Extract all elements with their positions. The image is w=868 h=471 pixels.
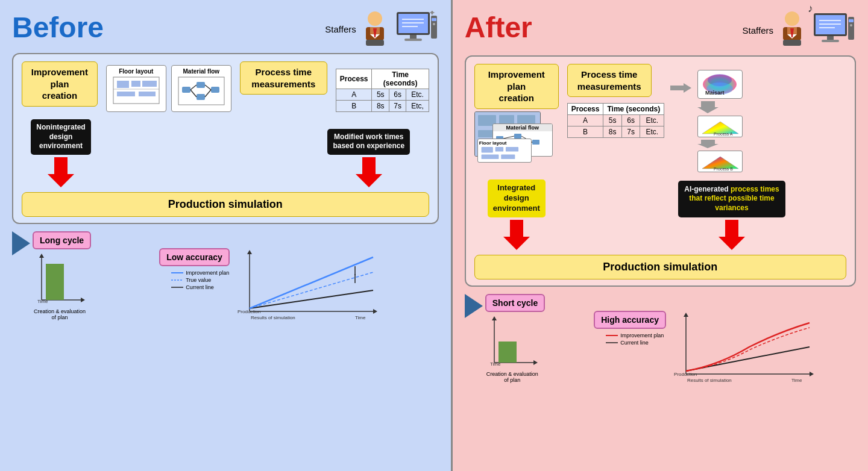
svg-marker-46 — [373, 309, 377, 314]
svg-rect-110 — [498, 342, 517, 363]
svg-rect-38 — [46, 264, 64, 300]
after-line-chart: Production Time Results of simulation — [671, 311, 816, 383]
svg-text:Process A: Process A — [714, 132, 733, 136]
svg-marker-108 — [492, 316, 497, 320]
before-main-box: Improvement plan creation Floor layout — [12, 53, 439, 224]
staffers-label-before: Staffers — [325, 24, 356, 34]
svg-rect-14 — [432, 18, 436, 21]
before-process-time-box: Process time measurements — [240, 61, 327, 95]
svg-line-47 — [250, 290, 373, 308]
monitor-icon-before: ✦ — [394, 11, 439, 47]
svg-marker-105 — [465, 294, 483, 318]
svg-rect-66 — [827, 36, 834, 40]
svg-point-70 — [850, 24, 852, 27]
svg-text:Time: Time — [490, 361, 501, 367]
after-maisart-arrow2 — [697, 140, 719, 148]
before-process-table: Process Time (seconds) A 5s 6s Etc. B 8s… — [336, 69, 429, 112]
before-nonintegrated-box: Nonintegrated design environment — [31, 119, 90, 155]
after-maisart-arrow1 — [697, 101, 719, 113]
before-floor-layout-box: Floor layout — [106, 65, 166, 112]
svg-rect-11 — [410, 35, 417, 39]
svg-rect-84 — [532, 140, 539, 145]
person-icon-after — [777, 11, 807, 47]
before-current-line-legend: Current line — [186, 284, 214, 290]
svg-rect-59 — [783, 40, 801, 46]
svg-text:Time: Time — [791, 378, 802, 383]
svg-rect-12 — [404, 39, 422, 41]
svg-rect-20 — [142, 81, 157, 87]
before-bar-x-label: Creation & evaluation of plan — [33, 308, 87, 320]
before-long-cycle-box: Long cycle — [33, 231, 91, 249]
svg-rect-91 — [506, 146, 518, 151]
svg-point-55 — [785, 11, 799, 26]
svg-marker-45 — [247, 250, 252, 254]
svg-rect-92 — [481, 154, 498, 159]
after-main-box: Improvement plan creation — [465, 55, 856, 287]
svg-text:Time: Time — [355, 315, 366, 320]
after-arrow-2 — [719, 220, 745, 250]
svg-text:Results of simulation: Results of simulation — [687, 378, 732, 383]
after-arrow-right — [670, 82, 691, 94]
after-improvement-plan-box: Improvement plan creation — [474, 64, 559, 109]
before-title: Before — [12, 11, 104, 44]
after-material-flow-overlay-label: Material flow — [493, 124, 552, 131]
svg-point-0 — [368, 11, 382, 26]
svg-marker-33 — [12, 231, 30, 255]
svg-rect-82 — [514, 134, 521, 139]
after-short-cycle-box: Short cycle — [485, 294, 545, 312]
svg-rect-21 — [117, 92, 135, 96]
svg-marker-36 — [39, 254, 44, 258]
monitor-icon-after — [811, 12, 856, 48]
after-floor-layout-overlay-label: Floor layout — [479, 140, 507, 146]
before-production-sim: Production simulation — [22, 192, 429, 217]
before-panel: Before Staffers — [0, 0, 451, 471]
svg-rect-18 — [117, 81, 129, 88]
svg-rect-22 — [139, 92, 156, 96]
after-ai-text: AI-generated — [684, 185, 728, 193]
svg-rect-26 — [197, 82, 205, 88]
svg-line-85 — [503, 136, 514, 139]
staffers-label-after: Staffers — [743, 25, 773, 36]
before-improvement-plan-box: Improvement plan creation — [22, 61, 98, 107]
after-panel: After Staffers ♪ — [453, 0, 868, 471]
after-title: After — [465, 11, 532, 44]
svg-rect-19 — [131, 81, 140, 87]
svg-marker-99 — [697, 101, 719, 113]
svg-text:Production: Production — [674, 372, 697, 377]
svg-rect-93 — [501, 154, 515, 159]
before-triangle-indicator — [12, 231, 30, 255]
svg-rect-28 — [211, 87, 219, 93]
before-bar-chart: Time — [33, 252, 87, 306]
svg-text:Production: Production — [237, 309, 260, 314]
svg-rect-4 — [366, 40, 384, 46]
svg-marker-94 — [670, 83, 691, 93]
after-integrated-box: Integrated design environment — [488, 179, 546, 217]
after-bar-x-label: Creation & evaluation of plan — [485, 371, 539, 383]
after-arrow-1 — [503, 220, 530, 250]
person-icon-before — [360, 11, 390, 47]
svg-marker-37 — [81, 298, 85, 302]
svg-text:Results of simulation: Results of simulation — [251, 315, 295, 320]
svg-rect-89 — [481, 146, 492, 152]
svg-rect-7 — [398, 14, 428, 33]
svg-marker-109 — [533, 360, 538, 365]
after-screenshot-area: Material flow — [474, 111, 553, 166]
svg-rect-67 — [822, 40, 839, 42]
after-ai-generated-box: AI-generated process times that reflect … — [678, 181, 785, 217]
after-current-line-legend: Current line — [620, 340, 649, 346]
svg-rect-69 — [849, 19, 854, 22]
after-bar-chart: Time — [485, 314, 539, 369]
svg-text:✦: ✦ — [429, 11, 436, 17]
svg-marker-117 — [810, 372, 814, 376]
svg-point-15 — [433, 23, 435, 25]
svg-marker-116 — [684, 313, 688, 317]
svg-rect-90 — [495, 146, 503, 151]
svg-text:Maisart: Maisart — [705, 90, 725, 96]
before-low-accuracy-box: Low accuracy — [159, 248, 230, 266]
svg-text:Time: Time — [37, 299, 48, 304]
after-top-row: Improvement plan creation — [474, 64, 846, 172]
svg-rect-27 — [197, 94, 205, 100]
before-true-value-legend: True value — [186, 277, 211, 283]
after-production-sim: Production simulation — [474, 255, 846, 279]
after-maisart-box: Maisart — [697, 70, 743, 99]
